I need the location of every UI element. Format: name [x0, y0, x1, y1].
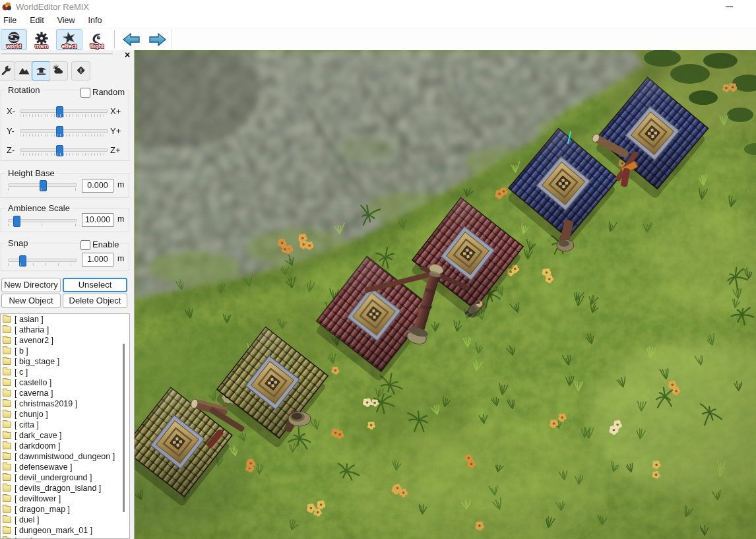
directory-list[interactable]: [ asian ][ atharia ][ avenor2 ][ b ][ bi… — [0, 313, 130, 539]
toolbar-effect-button[interactable]: effect — [56, 29, 82, 50]
snap-value[interactable]: 1.000 — [82, 253, 113, 267]
directory-item-label: [ dungeon_mark_01 ] — [15, 526, 92, 535]
arrow-right-icon — [148, 32, 168, 48]
rotation-z-max-label: Z+ — [110, 145, 121, 156]
new-object-button[interactable]: New Object — [1, 294, 61, 308]
directory-item-label: [ darkdoom ] — [15, 441, 60, 451]
directory-item[interactable]: [ dragon_map ] — [1, 504, 129, 515]
directory-item-label: [ dawnmistwood_dungeon ] — [15, 452, 115, 461]
directory-item[interactable]: [ christmas2019 ] — [1, 398, 129, 409]
snap-slider[interactable] — [8, 259, 77, 262]
directory-item[interactable]: [ dungeon_mark_01 ] — [1, 525, 129, 536]
directory-item-label: [ e.t ] — [15, 536, 33, 539]
folder-icon — [3, 474, 11, 481]
folder-icon — [3, 453, 11, 460]
directory-item[interactable]: [ b ] — [1, 346, 129, 356]
folder-icon — [3, 316, 11, 323]
menu-file[interactable]: File — [0, 14, 23, 27]
svg-text:!: ! — [80, 67, 82, 74]
rotation-x-max-label: X+ — [110, 106, 121, 117]
rotation-z-slider[interactable] — [20, 148, 108, 152]
menu-view[interactable]: View — [51, 14, 82, 27]
rotation-group: Rotation Random X-X+Y-Y+Z-Z+ — [1, 90, 129, 161]
toolbar-button-label: msm — [35, 43, 48, 49]
tool-warning-button[interactable]: ! — [71, 61, 90, 80]
menu-edit[interactable]: Edit — [23, 14, 51, 27]
directory-item[interactable]: [ darkdoom ] — [1, 441, 129, 451]
directory-item[interactable]: [ citta ] — [1, 420, 129, 430]
folder-icon — [3, 411, 11, 418]
directory-item[interactable]: [ deviltower ] — [1, 493, 129, 504]
folder-icon — [3, 327, 11, 333]
directory-item-label: [ devil_underground ] — [15, 473, 92, 482]
toolbar-msm-button[interactable]: msm — [28, 29, 55, 50]
window-title: WorldEditor ReMIX — [16, 2, 89, 12]
directory-item[interactable]: [ atharia ] — [1, 325, 129, 335]
directory-item[interactable]: [ dark_cave ] — [1, 430, 129, 441]
toolbar: worldmsmeffectflight — [0, 28, 756, 51]
toolbar-world-button[interactable]: world — [1, 29, 27, 50]
nav-back-button[interactable] — [119, 30, 143, 49]
ambience-scale-group: Ambience Scale 10.000 m — [1, 208, 129, 232]
directory-item[interactable]: [ avenor2 ] — [1, 335, 129, 346]
directory-item[interactable]: [ devil_underground ] — [1, 472, 129, 483]
new-directory-button[interactable]: New Directory — [1, 278, 61, 292]
directory-item[interactable]: [ castello ] — [1, 377, 129, 388]
panel-grip[interactable] — [1, 53, 113, 56]
toolbar-button-label: flight — [90, 43, 104, 49]
unselect-button[interactable]: Unselect — [63, 278, 127, 292]
tool-mountains-button[interactable] — [15, 61, 34, 80]
tool-structures-button[interactable] — [32, 61, 51, 80]
delete-object-button[interactable]: Delete Object — [63, 294, 127, 308]
directory-list-scrollbar[interactable] — [123, 344, 125, 512]
tool-wrench-button[interactable] — [0, 61, 15, 80]
ambience-scale-slider[interactable] — [8, 219, 77, 222]
close-panel-button[interactable]: × — [122, 50, 133, 60]
folder-icon — [3, 422, 11, 428]
minimize-button[interactable] — [726, 6, 733, 7]
tool-weather-button[interactable] — [49, 61, 68, 80]
directory-item[interactable]: [ defensewave ] — [1, 462, 129, 472]
height-base-value[interactable]: 0.000 — [82, 179, 113, 193]
rotation-y-slider[interactable] — [20, 129, 108, 133]
directory-item[interactable]: [ devils_dragon_island ] — [1, 483, 129, 493]
rotation-y-row: Y-Y+ — [1, 126, 129, 137]
directory-item-label: [ devils_dragon_island ] — [15, 484, 101, 493]
directory-item-label: [ b ] — [15, 346, 28, 356]
nav-forward-button[interactable] — [146, 30, 170, 49]
rotation-z-min-label: Z- — [7, 145, 15, 156]
height-base-slider[interactable] — [8, 183, 77, 187]
directory-item-label: [ deviltower ] — [15, 494, 61, 503]
snap-enable-checkbox[interactable] — [80, 240, 90, 250]
menu-bar: FileEditViewInfo — [0, 13, 756, 28]
folder-icon — [3, 432, 11, 439]
menu-info[interactable]: Info — [82, 14, 109, 27]
snap-enable-label: Enable — [91, 239, 120, 249]
rotation-label: Rotation — [5, 85, 42, 95]
rotation-x-slider[interactable] — [20, 110, 108, 113]
folder-icon — [3, 464, 11, 470]
mountains-icon — [18, 64, 30, 79]
snap-label: Snap — [5, 238, 30, 248]
rotation-x-ticks — [20, 114, 107, 117]
random-checkbox[interactable] — [80, 88, 90, 98]
directory-item[interactable]: [ c ] — [1, 367, 129, 377]
app-window: WorldEditor ReMIX FileEditViewInfo world… — [0, 0, 756, 539]
folder-icon — [3, 517, 11, 523]
world-viewport[interactable] — [135, 50, 756, 539]
toolbar-flight-button[interactable]: flight — [84, 29, 110, 50]
random-label: Random — [91, 87, 126, 97]
directory-item[interactable]: [ chunjo ] — [1, 409, 129, 420]
directory-item-label: [ atharia ] — [15, 325, 49, 334]
directory-item-label: [ citta ] — [15, 420, 39, 429]
ambience-scale-value[interactable]: 10.000 — [82, 213, 113, 227]
directory-item[interactable]: [ e.t ] — [1, 536, 129, 539]
directory-item[interactable]: [ duel ] — [1, 515, 129, 525]
directory-item[interactable]: [ dawnmistwood_dungeon ] — [1, 451, 129, 462]
directory-item[interactable]: [ caverna ] — [1, 388, 129, 398]
directory-item[interactable]: [ asian ] — [1, 314, 129, 325]
snap-ticks — [8, 263, 76, 266]
directory-item-label: [ caverna ] — [15, 389, 53, 398]
rotation-z-row: Z-Z+ — [1, 145, 129, 156]
directory-item[interactable]: [ big_stage ] — [1, 356, 129, 367]
